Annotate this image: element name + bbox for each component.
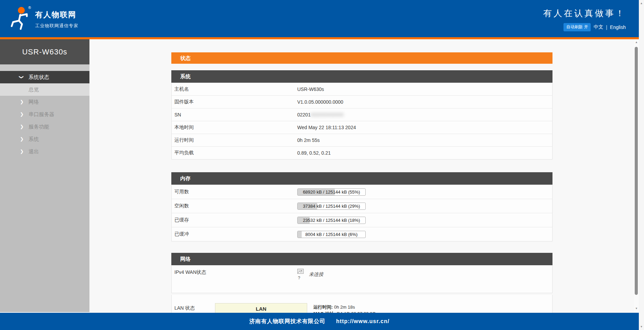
chevron-down-icon: ❯ — [15, 75, 28, 79]
table-row: 空闲数 37384 kB / 125144 kB (29%) — [172, 199, 552, 213]
lang-switch-en[interactable]: English — [610, 24, 626, 30]
sidebar-item-network[interactable]: ❯ 网络 — [0, 96, 89, 108]
content-scrollbar[interactable]: ▲ ▼ — [634, 39, 639, 312]
hostname-value: USR-W630s — [297, 86, 324, 92]
table-row: IPv4 WAN状态 ? 未连接 — [172, 265, 552, 293]
network-section-title: 网络 — [171, 253, 552, 265]
main-content: 状态 系统 主机名 USR-W630s 固件版本 V1.0.05.000000.… — [171, 52, 552, 330]
table-row: 平均负载 0.89, 0.52, 0.21 — [172, 146, 552, 159]
sidebar-item-logout[interactable]: ❯ 退出 — [0, 145, 89, 158]
registered-mark: ® — [28, 6, 31, 10]
table-row: 已缓存 23532 kB / 125144 kB (18%) — [172, 213, 552, 227]
auto-refresh-toggle[interactable]: 自动刷新 开 — [564, 23, 591, 31]
scrollbar-thumb[interactable] — [635, 47, 638, 295]
memory-cached-bar: 23532 kB / 125144 kB (18%) — [297, 217, 366, 224]
chevron-right-icon: ❯ — [20, 133, 24, 145]
browser-scrollbar[interactable]: ▲ ▼ — [639, 0, 644, 330]
sidebar-item-overview[interactable]: 总览 — [0, 83, 89, 96]
memory-buffered-bar: 8004 kB / 125144 kB (6%) — [297, 231, 366, 238]
page-footer: 济南有人物联网技术有限公司 http://www.usr.cn/ — [0, 313, 639, 330]
chevron-right-icon: ❯ — [20, 96, 24, 108]
load-average-value: 0.89, 0.52, 0.21 — [297, 150, 331, 156]
sidebar-separator — [0, 64, 89, 71]
sidebar-item-services[interactable]: ❯ 服务功能 — [0, 121, 89, 133]
lan-status-label: LAN 状态 — [174, 305, 195, 311]
header-slogan: 有人在认真做事！ — [543, 8, 626, 19]
table-row: SN 0220100000000000 — [172, 108, 552, 121]
table-row: 本地时间 Wed May 22 18:11:13 2024 — [172, 121, 552, 134]
memory-section-title: 内存 — [171, 172, 552, 185]
uptime-value: 0h 2m 55s — [297, 137, 320, 143]
broken-image-icon — [297, 269, 304, 274]
local-time-value: Wed May 22 18:11:13 2024 — [297, 125, 356, 130]
network-section: 网络 IPv4 WAN状态 ? 未连接 — [171, 253, 552, 293]
lan-uptime: 运行时间: 0h 2m 18s — [313, 304, 376, 310]
brand-tagline: 工业物联网通信专家 — [35, 23, 78, 29]
table-row: 固件版本 V1.0.05.000000.0000 — [172, 95, 552, 108]
wan-disconnected-text: 未连接 — [309, 271, 323, 278]
table-row: 已缓冲 8004 kB / 125144 kB (6%) — [172, 227, 552, 241]
memory-free-bar: 37384 kB / 125144 kB (29%) — [297, 203, 366, 210]
wan-status-label: IPv4 WAN状态 — [172, 265, 297, 293]
table-row: 主机名 USR-W630s — [172, 83, 552, 95]
usr-logo-icon: ® — [9, 5, 33, 32]
device-title: USR-W630s — [0, 39, 89, 64]
scroll-down-icon[interactable]: ▼ — [634, 307, 639, 310]
chevron-right-icon: ❯ — [20, 145, 24, 158]
sidebar-nav: USR-W630s ❯ 系统状态 总览 ❯ 网络 ❯ 串口服务器 ❯ 服务功能 … — [0, 39, 89, 312]
sn-redacted: 00000000000 — [311, 112, 344, 117]
memory-available-bar: 68920 kB / 125144 kB (55%) — [297, 188, 366, 196]
brand-block: 有人物联网 工业物联网通信专家 — [35, 10, 78, 29]
page-title: 状态 — [171, 52, 552, 64]
wan-status-value: ? 未连接 — [297, 265, 323, 293]
system-section-title: 系统 — [171, 70, 552, 83]
scroll-up-icon[interactable]: ▲ — [634, 41, 639, 44]
system-section: 系统 主机名 USR-W630s 固件版本 V1.0.05.000000.000… — [171, 70, 552, 159]
footer-url-link[interactable]: http://www.usr.cn/ — [336, 318, 389, 324]
image-fallback-question: ? — [298, 276, 306, 280]
footer-company: 济南有人物联网技术有限公司 — [249, 318, 325, 325]
table-row: 可用数 68920 kB / 125144 kB (55%) — [172, 185, 552, 199]
memory-section: 内存 可用数 68920 kB / 125144 kB (55%) 空闲数 37… — [171, 172, 552, 241]
sidebar-item-serial-server[interactable]: ❯ 串口服务器 — [0, 108, 89, 121]
lang-switch-zh[interactable]: 中文 — [593, 24, 603, 30]
sidebar-item-system-status[interactable]: ❯ 系统状态 — [0, 71, 89, 83]
scroll-down-icon[interactable]: ▼ — [639, 325, 644, 328]
lang-divider: | — [606, 24, 607, 30]
chevron-right-icon: ❯ — [20, 108, 24, 121]
accent-strip — [0, 37, 639, 39]
scroll-up-icon[interactable]: ▲ — [639, 2, 644, 5]
table-row: 运行时间 0h 2m 55s — [172, 134, 552, 146]
sn-value: 0220100000000000 — [297, 112, 344, 117]
firmware-value: V1.0.05.000000.0000 — [297, 99, 343, 105]
top-header: ® 有人物联网 工业物联网通信专家 有人在认真做事！ 自动刷新 开 中文 | E… — [0, 0, 639, 37]
brand-name: 有人物联网 — [35, 10, 78, 20]
sidebar-item-system[interactable]: ❯ 系统 — [0, 133, 89, 145]
chevron-right-icon: ❯ — [20, 121, 24, 133]
